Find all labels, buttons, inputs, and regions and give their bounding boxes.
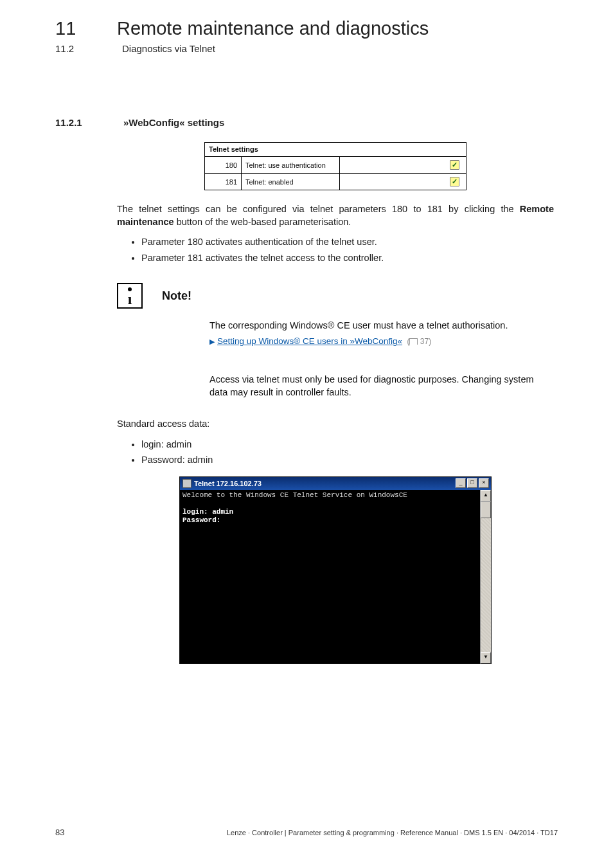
param-label: Telnet: enabled xyxy=(242,174,340,190)
info-icon: ı xyxy=(117,283,143,309)
list-item: login: admin xyxy=(141,437,554,451)
footer-text: Lenze · Controller | Parameter setting &… xyxy=(227,829,558,836)
app-icon xyxy=(182,479,191,488)
telnet-settings-table: Telnet settings 180 Telnet: use authenti… xyxy=(204,142,466,190)
window-titlebar: Telnet 172.16.102.73 _ □ × xyxy=(180,477,491,490)
note-text: The corresponding Windows® CE user must … xyxy=(209,319,554,332)
bullet-list: login: admin Password: admin xyxy=(117,437,554,467)
close-button[interactable]: × xyxy=(479,478,489,488)
list-item: Parameter 181 activates the telnet acces… xyxy=(141,251,554,265)
note-warning: Access via telnet must only be used for … xyxy=(209,374,554,399)
param-label: Telnet: use authentication xyxy=(242,157,340,174)
book-icon xyxy=(409,338,418,345)
note-title: Note! xyxy=(162,289,191,303)
page-footer: 83 Lenze · Controller | Parameter settin… xyxy=(55,827,558,837)
chapter-title: Remote maintenance and diagnostics xyxy=(117,18,429,39)
page-ref: ( 37) xyxy=(405,336,431,347)
scroll-down-button[interactable]: ▼ xyxy=(481,652,491,664)
scrollbar-thumb[interactable] xyxy=(481,502,491,518)
table-row: 181 Telnet: enabled ✓ xyxy=(205,174,466,190)
scrollbar-track[interactable] xyxy=(481,502,491,652)
maximize-button[interactable]: □ xyxy=(467,478,477,488)
list-item: Password: admin xyxy=(141,453,554,467)
section-number: 11.2 xyxy=(55,43,84,54)
param-id: 180 xyxy=(205,157,242,174)
terminal-output[interactable]: Welcome to the Windows CE Telnet Service… xyxy=(180,490,480,664)
table-row: 180 Telnet: use authentication ✓ xyxy=(205,157,466,174)
minimize-button[interactable]: _ xyxy=(456,478,466,488)
checkbox-checked-icon[interactable]: ✓ xyxy=(450,160,459,170)
crossref-link[interactable]: Setting up Windows® CE users in »WebConf… xyxy=(217,336,402,348)
window-title: Telnet 172.16.102.73 xyxy=(194,480,262,487)
subsection-title: »WebConfig« settings xyxy=(123,117,224,128)
standard-access-label: Standard access data: xyxy=(117,418,554,431)
telnet-window: Telnet 172.16.102.73 _ □ × Welcome to th… xyxy=(179,476,492,664)
telnet-settings-header: Telnet settings xyxy=(205,143,466,157)
scrollbar[interactable]: ▲ ▼ xyxy=(480,490,491,664)
bullet-list: Parameter 180 activates authentication o… xyxy=(117,235,554,265)
arrow-right-icon: ▶ xyxy=(209,337,215,347)
scroll-up-button[interactable]: ▲ xyxy=(481,490,491,502)
separator-rule: _ _ _ _ _ _ _ _ _ _ _ _ _ _ _ _ _ _ _ _ … xyxy=(55,80,558,90)
page-number: 83 xyxy=(55,827,64,837)
checkbox-checked-icon[interactable]: ✓ xyxy=(450,177,459,186)
list-item: Parameter 180 activates authentication o… xyxy=(141,235,554,249)
chapter-number: 11 xyxy=(55,18,78,39)
subsection-number: 11.2.1 xyxy=(55,117,94,128)
section-title: Diagnostics via Telnet xyxy=(122,43,215,54)
paragraph: The telnet settings can be configured vi… xyxy=(117,203,554,228)
param-id: 181 xyxy=(205,174,242,190)
